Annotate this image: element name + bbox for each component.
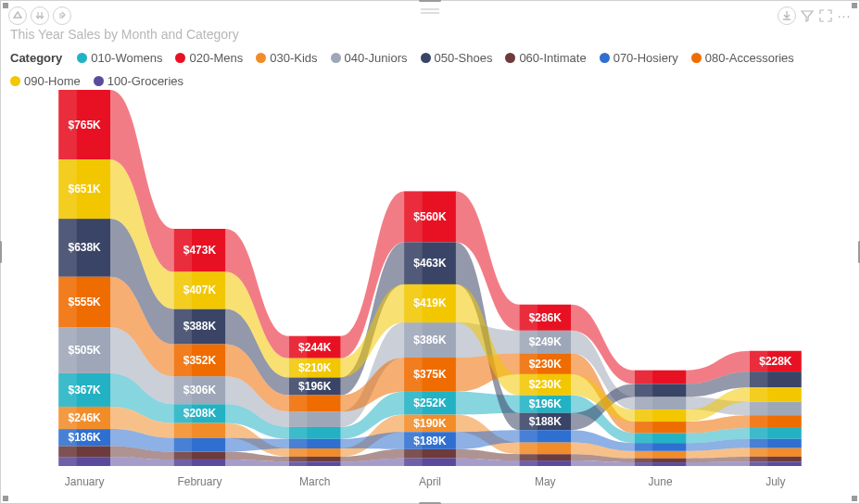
bar-segment-highlight: [289, 427, 308, 439]
legend-label: 040-Juniors: [345, 51, 408, 65]
legend-label: 030-Kids: [270, 51, 317, 65]
bar-segment-highlight: [750, 457, 768, 461]
bar-segment-highlight: [750, 439, 768, 448]
bar-segment-highlight: [635, 443, 653, 451]
bar-segment-highlight: [635, 397, 653, 410]
plot-area[interactable]: $765K$651K$638K$555K$505K$367K$246K$186K…: [27, 90, 833, 466]
legend-item[interactable]: 070-Hosiery: [600, 51, 678, 65]
value-label: $473K: [183, 244, 217, 257]
visual-container: ··· This Year Sales by Month and Categor…: [0, 0, 860, 504]
bar-segment-highlight: [289, 457, 308, 461]
resize-handle[interactable]: [852, 496, 857, 501]
bar-segment-highlight: [404, 449, 423, 459]
legend-item[interactable]: 040-Juniors: [331, 51, 408, 65]
value-label: $230K: [529, 358, 563, 371]
bar-segment-highlight: [635, 422, 653, 433]
value-label: $419K: [413, 297, 447, 310]
bar-segment-highlight: [635, 410, 653, 422]
bar-segment-highlight: [58, 457, 77, 466]
value-label: $560K: [413, 210, 447, 223]
value-label: $246K: [69, 411, 102, 424]
legend-label: 010-Womens: [91, 51, 162, 65]
bar-segment-highlight: [173, 423, 192, 438]
legend-swatch: [505, 53, 515, 63]
expand-next-level-button[interactable]: [53, 6, 71, 25]
bar-segment-highlight: [519, 430, 538, 442]
x-axis-tick: July: [718, 475, 833, 488]
value-label: $555K: [69, 296, 102, 309]
legend-swatch: [256, 53, 266, 63]
bar-segment-highlight: [289, 411, 308, 427]
legend-label: 020-Mens: [189, 51, 243, 65]
resize-handle[interactable]: [852, 3, 857, 8]
legend-label: 060-Intimate: [519, 51, 586, 65]
legend-item[interactable]: 030-Kids: [256, 51, 317, 65]
value-label: $352K: [183, 354, 217, 367]
focus-mode-button[interactable]: [818, 8, 833, 23]
x-axis-tick: June: [602, 475, 717, 488]
legend-label: 080-Accessories: [705, 51, 794, 65]
resize-handle[interactable]: [3, 496, 8, 501]
x-axis-tick: April: [373, 475, 487, 488]
legend-item[interactable]: 100-Groceries: [94, 74, 183, 88]
value-label: $252K: [413, 397, 447, 410]
bar-segment-highlight: [750, 428, 768, 439]
bar-segment-highlight: [289, 396, 308, 412]
legend-title: Category: [10, 51, 62, 65]
bar-segment-highlight: [750, 415, 768, 428]
value-label: $210K: [298, 361, 332, 374]
value-label: $651K: [69, 183, 102, 195]
value-label: $196K: [529, 397, 563, 410]
legend-item[interactable]: 090-Home: [10, 74, 81, 88]
bar-segment-highlight: [289, 461, 308, 466]
x-axis-tick: May: [487, 475, 602, 488]
drill-down-all-button[interactable]: [31, 6, 49, 25]
drill-up-button[interactable]: [8, 6, 27, 25]
x-axis: JanuaryFebruaryMarchAprilMayJuneJuly: [27, 475, 833, 488]
value-label: $505K: [69, 344, 102, 357]
value-label: $463K: [413, 257, 447, 270]
resize-handle[interactable]: [0, 241, 2, 263]
drill-toolbar: [8, 6, 71, 25]
value-label: $375K: [413, 368, 447, 381]
bar-segment-highlight: [750, 461, 768, 466]
bar-segment-highlight: [750, 372, 768, 387]
value-label: $407K: [183, 284, 217, 296]
legend: Category 010-Womens020-Mens030-Kids040-J…: [10, 51, 850, 88]
bar-segment-highlight: [519, 460, 538, 466]
legend-swatch: [77, 53, 87, 63]
bar-segment-highlight: [635, 433, 653, 443]
bar-segment-highlight: [635, 384, 653, 397]
bar-segment-highlight: [289, 439, 308, 448]
drag-grip-icon[interactable]: [421, 8, 439, 14]
more-options-button[interactable]: ···: [837, 8, 852, 23]
legend-swatch: [421, 53, 431, 63]
legend-label: 100-Groceries: [108, 74, 183, 88]
resize-handle[interactable]: [419, 0, 441, 2]
x-axis-tick: February: [142, 475, 257, 488]
value-label: $190K: [413, 417, 447, 430]
value-label: $638K: [69, 241, 102, 254]
legend-item[interactable]: 050-Shoes: [421, 51, 493, 65]
bar-segment-highlight: [750, 401, 768, 415]
value-label: $230K: [529, 378, 563, 391]
legend-item[interactable]: 060-Intimate: [505, 51, 586, 65]
filter-icon[interactable]: [800, 8, 815, 23]
value-label: $249K: [529, 335, 563, 348]
legend-item[interactable]: 080-Accessories: [691, 51, 794, 65]
bar-segment-highlight: [635, 459, 653, 462]
legend-swatch: [331, 53, 341, 63]
value-label: $196K: [298, 380, 332, 393]
bar-segment-highlight: [289, 448, 308, 457]
export-data-button[interactable]: [778, 6, 796, 25]
legend-swatch: [94, 76, 104, 86]
bar-segment-highlight: [635, 462, 653, 466]
value-label: $188K: [529, 415, 563, 428]
legend-item[interactable]: 010-Womens: [77, 51, 162, 65]
x-axis-tick: January: [27, 475, 142, 488]
legend-item[interactable]: 020-Mens: [175, 51, 243, 65]
visual-header-toolbar: ···: [778, 6, 852, 25]
bar-segment-highlight: [404, 459, 423, 466]
legend-label: 050-Shoes: [435, 51, 493, 65]
bar-segment-highlight: [635, 451, 653, 459]
